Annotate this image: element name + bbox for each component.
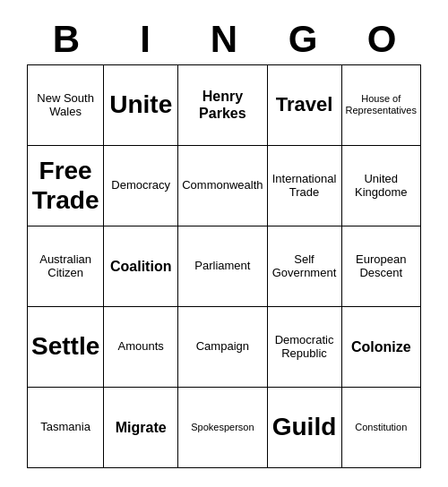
cell-content: Colonize	[351, 338, 411, 355]
bingo-cell-0-1: Unite	[104, 65, 178, 146]
bingo-header-letter: B	[27, 19, 106, 60]
bingo-cell-3-2: Campaign	[178, 307, 267, 388]
bingo-cell-2-4: European Descent	[342, 226, 422, 307]
cell-content: Constitution	[355, 422, 407, 433]
bingo-cell-4-2: Spokesperson	[178, 388, 267, 468]
bingo-cell-1-1: Democracy	[104, 146, 178, 226]
bingo-cell-3-0: Settle	[28, 307, 104, 388]
bingo-cell-1-3: International Trade	[268, 146, 342, 226]
cell-content: Amounts	[118, 339, 164, 354]
bingo-cell-2-1: Coalition	[104, 226, 178, 307]
bingo-cell-4-0: Tasmania	[28, 388, 104, 468]
cell-content: Unite	[109, 90, 172, 120]
cell-content: Travel	[276, 93, 333, 116]
bingo-cell-1-0: Free Trade	[28, 146, 104, 226]
cell-content: Migrate	[116, 419, 167, 436]
cell-content: Campaign	[196, 339, 249, 354]
bingo-cell-3-3: Democratic Republic	[268, 307, 342, 388]
bingo-cell-0-0: New South Wales	[28, 65, 104, 146]
cell-content: Commonwealth	[182, 178, 263, 192]
cell-content: Coalition	[110, 258, 171, 275]
cell-content: Tasmania	[40, 420, 90, 434]
bingo-cell-2-3: Self Government	[268, 226, 342, 307]
bingo-cell-2-0: Australian Citizen	[28, 226, 104, 307]
cell-content: Australian Citizen	[31, 252, 99, 280]
bingo-cell-3-1: Amounts	[104, 307, 178, 388]
bingo-grid: New South WalesUniteHenry ParkesTravelHo…	[27, 64, 421, 468]
cell-content: Henry Parkes	[182, 88, 263, 122]
cell-content: United Kingdome	[346, 172, 418, 200]
bingo-cell-1-4: United Kingdome	[342, 146, 422, 226]
bingo-header-letter: G	[263, 19, 342, 60]
cell-content: Settle	[31, 331, 99, 362]
bingo-cell-0-3: Travel	[268, 65, 342, 146]
cell-content: New South Wales	[31, 91, 99, 119]
bingo-cell-0-4: House of Representatives	[342, 65, 422, 146]
bingo-cell-4-4: Constitution	[342, 388, 422, 468]
cell-content: Self Government	[271, 252, 338, 280]
cell-content: International Trade	[271, 172, 338, 200]
cell-content: Democracy	[111, 178, 170, 192]
cell-content: Guild	[272, 412, 337, 442]
cell-content: Parliament	[194, 259, 250, 273]
bingo-header: BINGO	[27, 19, 421, 60]
bingo-cell-2-2: Parliament	[178, 226, 267, 307]
bingo-cell-4-1: Migrate	[104, 388, 178, 468]
bingo-header-letter: I	[106, 19, 185, 60]
cell-content: Spokesperson	[191, 422, 254, 433]
cell-content: Democratic Republic	[271, 333, 338, 361]
bingo-header-letter: O	[342, 19, 421, 60]
bingo-header-letter: N	[185, 19, 263, 60]
bingo-cell-0-2: Henry Parkes	[178, 65, 267, 146]
cell-content: European Descent	[346, 252, 418, 280]
bingo-cell-4-3: Guild	[268, 388, 342, 468]
cell-content: House of Representatives	[346, 93, 418, 116]
cell-content: Free Trade	[31, 156, 99, 216]
bingo-card: BINGO New South WalesUniteHenry ParkesTr…	[18, 10, 430, 476]
bingo-cell-1-2: Commonwealth	[178, 146, 267, 226]
bingo-cell-3-4: Colonize	[342, 307, 422, 388]
